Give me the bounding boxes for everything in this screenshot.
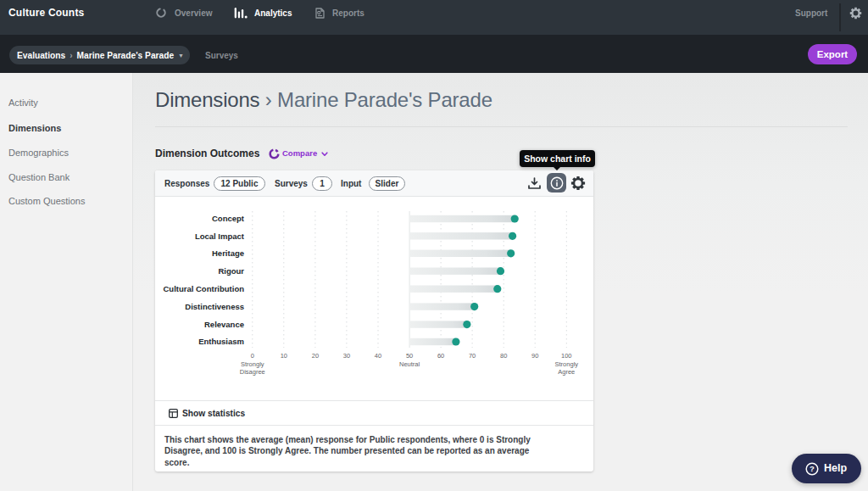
svg-text:Strongly: Strongly (555, 360, 579, 368)
svg-text:Distinctiveness: Distinctiveness (185, 302, 244, 311)
svg-text:90: 90 (531, 352, 538, 360)
svg-text:100: 100 (561, 352, 572, 360)
svg-text:Concept: Concept (212, 214, 245, 223)
svg-text:Strongly: Strongly (241, 360, 264, 368)
svg-text:80: 80 (500, 352, 507, 360)
svg-text:0: 0 (251, 352, 254, 360)
svg-text:Neutral: Neutral (399, 360, 420, 368)
svg-text:Agree: Agree (558, 368, 575, 376)
svg-text:10: 10 (281, 352, 287, 360)
svg-text:?: ? (810, 464, 815, 473)
svg-text:Heritage: Heritage (212, 248, 244, 258)
svg-text:Cultural Contribution: Cultural Contribution (163, 284, 244, 293)
svg-text:Rigour: Rigour (218, 266, 244, 276)
svg-text:Enthusiasm: Enthusiasm (198, 337, 244, 346)
svg-text:70: 70 (469, 352, 476, 360)
svg-text:Disagree: Disagree (240, 368, 265, 376)
svg-text:40: 40 (375, 352, 381, 360)
svg-text:50: 50 (406, 352, 413, 360)
svg-text:20: 20 (312, 352, 319, 360)
svg-text:60: 60 (437, 352, 444, 360)
svg-text:Local Impact: Local Impact (195, 232, 245, 241)
svg-text:Relevance: Relevance (204, 320, 244, 329)
svg-text:30: 30 (343, 352, 350, 360)
